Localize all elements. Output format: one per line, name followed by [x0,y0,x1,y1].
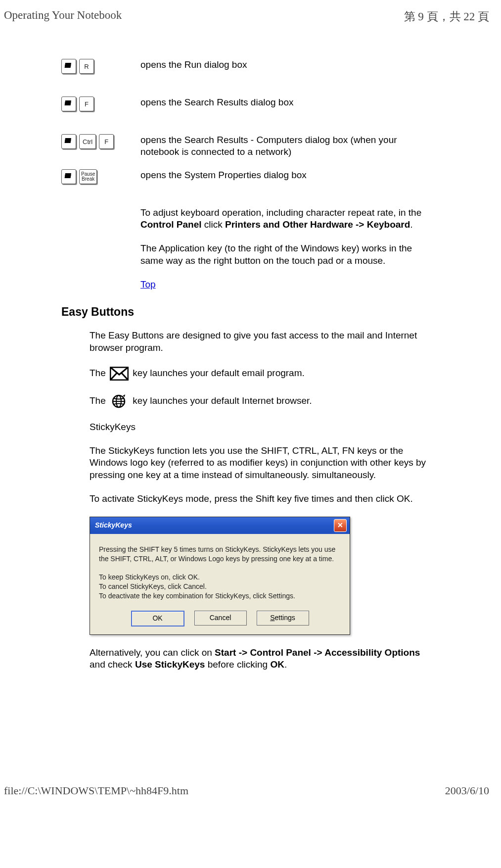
header-right: 第 9 頁，共 22 頁 [404,9,490,24]
cancel-button[interactable]: Cancel [194,611,247,626]
easy-mail-line: The key launches your default email prog… [90,366,428,382]
page-header: Operating Your Notebook 第 9 頁，共 22 頁 [4,9,489,24]
windows-key-icon [61,169,76,184]
stickykeys-dialog: StickyKeys ✕ Pressing the SHIFT key 5 ti… [90,517,350,634]
dialog-text-2a: To keep StickyKeys on, click OK. [99,573,341,582]
shortcut-row-win-pause: Pause Break opens the System Properties … [61,169,492,184]
info-adjust-keyboard: To adjust keyboard operation, including … [140,207,492,231]
dialog-body: Pressing the SHIFT key 5 times turns on … [90,534,350,607]
close-icon[interactable]: ✕ [334,519,347,532]
ok-button[interactable]: OK [131,611,184,627]
shortcut-desc: opens the Search Results dialog box [140,96,492,108]
stickykeys-para2: To activate StickyKeys mode, press the S… [90,493,428,505]
footer-right: 2003/6/10 [445,784,489,797]
windows-key-icon [61,59,76,74]
heading-easy-buttons: Easy Buttons [61,305,492,319]
footer-left: file://C:\WINDOWS\TEMP\~hh84F9.htm [4,784,188,797]
key-ctrl: Ctrl [79,134,96,149]
dialog-title: StickyKeys [95,521,132,530]
dialog-titlebar: StickyKeys ✕ [90,517,350,534]
top-link[interactable]: Top [140,279,156,289]
settings-button[interactable]: Settings [257,611,309,626]
shortcut-desc: opens the System Properties dialog box [140,169,492,181]
dialog-text-2b: To cancel StickyKeys, click Cancel. [99,582,341,591]
shortcut-row-win-f: F opens the Search Results dialog box [61,96,492,111]
stickykeys-subheading: StickyKeys [90,421,428,433]
key-f: F [79,96,94,111]
info-application-key: The Application key (to the right of the… [140,242,492,267]
windows-key-icon [61,96,76,111]
stickykeys-para1: The StickyKeys function lets you use the… [90,445,428,481]
shortcut-desc: opens the Search Results - Computers dia… [140,134,492,158]
dialog-text-2c: To deactivate the key combination for St… [99,591,341,601]
stickykeys-alternative: Alternatively, you can click on Start ->… [90,647,428,671]
key-f: F [99,134,114,149]
windows-key-icon [61,134,76,149]
header-left: Operating Your Notebook [4,9,122,24]
key-pause-break: Pause Break [79,169,97,184]
dialog-text-1: Pressing the SHIFT key 5 times turns on … [99,545,341,564]
shortcut-row-win-ctrl-f: Ctrl F opens the Search Results - Comput… [61,134,492,158]
mail-icon [109,366,129,382]
shortcut-desc: opens the Run dialog box [140,59,492,71]
easy-intro: The Easy Buttons are designed to give yo… [90,330,428,354]
shortcut-row-win-r: R opens the Run dialog box [61,59,492,74]
globe-icon [109,393,129,409]
page-footer: file://C:\WINDOWS\TEMP\~hh84F9.htm 2003/… [4,784,489,797]
easy-globe-line: The key launches your default Internet b… [90,393,428,409]
key-r: R [79,59,94,74]
